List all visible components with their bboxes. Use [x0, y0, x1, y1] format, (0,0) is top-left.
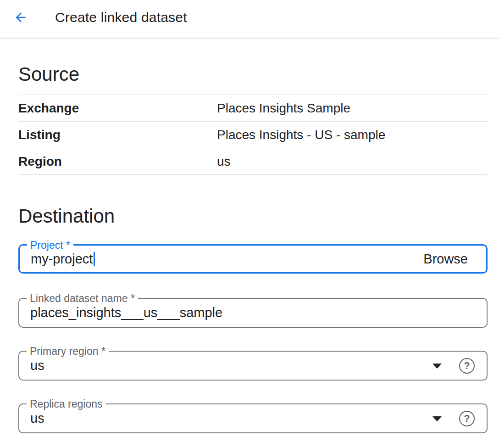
listing-label: Listing [18, 128, 217, 142]
exchange-label: Exchange [18, 101, 217, 116]
dropdown-arrow-icon[interactable] [432, 416, 442, 421]
project-field-label: Project * [27, 239, 73, 251]
back-button[interactable] [13, 10, 28, 25]
project-input-value[interactable]: my-project [31, 252, 93, 267]
table-row-listing: Listing Places Insights - US - sample [18, 122, 488, 148]
replica-regions-select[interactable]: Replica regions us ? [18, 403, 488, 433]
create-linked-dataset-page: Create linked dataset Source Exchange Pl… [0, 0, 499, 448]
source-heading: Source [18, 64, 488, 84]
table-row-region: Region us [18, 148, 488, 175]
text-cursor [94, 252, 95, 266]
help-icon[interactable]: ? [459, 411, 475, 426]
primary-region-label: Primary region * [27, 345, 109, 357]
linked-dataset-name-field[interactable]: Linked dataset name * places_insights___… [18, 298, 488, 328]
primary-region-select[interactable]: Primary region * us ? [18, 351, 488, 381]
destination-heading: Destination [18, 206, 488, 226]
help-icon[interactable]: ? [459, 358, 475, 374]
region-label: Region [18, 154, 217, 169]
arrow-back-icon [13, 10, 28, 25]
linked-dataset-name-value[interactable]: places_insights___us___sample [30, 305, 222, 320]
region-value: us [217, 154, 231, 169]
form-content: Source Exchange Places Insights Sample L… [0, 64, 499, 433]
dropdown-arrow-icon[interactable] [432, 364, 442, 369]
project-field[interactable]: Project * my-project Browse [18, 244, 488, 274]
replica-regions-label: Replica regions [27, 398, 106, 410]
exchange-value: Places Insights Sample [217, 101, 350, 116]
header: Create linked dataset [0, 0, 499, 39]
source-table: Exchange Places Insights Sample Listing … [18, 95, 488, 175]
table-row-exchange: Exchange Places Insights Sample [18, 95, 488, 122]
browse-button[interactable]: Browse [423, 252, 468, 267]
page-title: Create linked dataset [55, 10, 187, 25]
primary-region-value: us [30, 358, 44, 373]
listing-value: Places Insights - US - sample [217, 128, 385, 142]
replica-regions-value: us [30, 411, 44, 426]
linked-dataset-name-label: Linked dataset name * [27, 292, 138, 304]
